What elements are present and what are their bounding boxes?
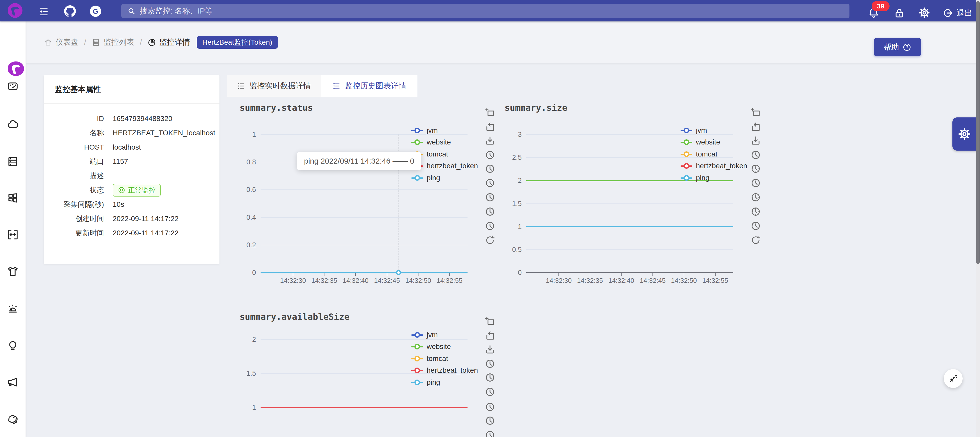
- toolbox-clock-icon[interactable]: [750, 192, 761, 203]
- help-button[interactable]: 帮助: [874, 38, 921, 56]
- toolbox-clock-icon[interactable]: [485, 430, 495, 437]
- x-tick-mark: [652, 273, 653, 276]
- sidebar-item-bulb[interactable]: [0, 332, 25, 358]
- logout-label: 退出: [956, 8, 972, 18]
- page-header: 仪表盘/监控列表/监控详情 HertzBeat监控(Token) 帮助: [25, 21, 980, 63]
- legend-item-website[interactable]: website: [411, 342, 451, 352]
- scrollbar-track[interactable]: [976, 0, 980, 437]
- legend-marker: [411, 137, 423, 147]
- sidebar-item-apps[interactable]: [0, 185, 25, 211]
- menu-fold-icon[interactable]: [38, 6, 49, 17]
- property-row: HOSTlocalhost: [44, 140, 220, 154]
- legend-item-website[interactable]: website: [681, 137, 720, 147]
- megaphone-icon: [6, 376, 19, 388]
- toolbox-clock-icon[interactable]: [750, 163, 761, 174]
- breadcrumb-label: 监控详情: [159, 37, 190, 48]
- gridline: [526, 249, 733, 250]
- theme-wand-button[interactable]: [944, 369, 963, 388]
- bulb-icon: [6, 339, 19, 352]
- legend-label: ping: [426, 174, 440, 182]
- sidebar-item-tags[interactable]: [0, 407, 25, 432]
- property-value: 2022-09-11 14:17:22: [113, 229, 178, 237]
- settings-gear-icon[interactable]: [918, 6, 931, 19]
- legend-item-tomcat[interactable]: tomcat: [411, 353, 448, 364]
- y-tick-label: 1.5: [231, 370, 256, 377]
- status-text: 正常监控: [128, 185, 156, 195]
- x-tick-mark: [590, 273, 590, 276]
- left-sidebar: [0, 21, 26, 437]
- sidebar-item-tshirt[interactable]: [0, 258, 25, 284]
- y-tick-label: 0.2: [231, 241, 256, 249]
- legend-item-jvm[interactable]: jvm: [411, 125, 438, 136]
- legend-item-website[interactable]: website: [411, 137, 451, 147]
- toolbox-restore-icon[interactable]: [750, 122, 761, 132]
- legend-item-hertzbeat_token[interactable]: hertzbeat_token: [681, 161, 747, 171]
- x-tick-mark: [355, 273, 356, 276]
- series-line-ping: [526, 226, 733, 227]
- property-label: HOST: [44, 143, 104, 151]
- highlighted-data-point: [396, 270, 401, 275]
- legend-item-jvm[interactable]: jvm: [681, 125, 707, 136]
- toolbox-download-icon[interactable]: [485, 344, 495, 355]
- gitee-icon[interactable]: G: [89, 5, 102, 17]
- github-icon[interactable]: [64, 5, 76, 17]
- scrollbar-thumb[interactable]: [976, 1, 980, 264]
- properties-card-title: 监控基本属性: [44, 75, 220, 104]
- tshirt-icon: [6, 265, 19, 277]
- toolbox-clock-icon[interactable]: [750, 150, 761, 160]
- magic-wand-icon: [948, 374, 958, 384]
- toolbox-clock-icon[interactable]: [750, 178, 761, 188]
- tab-history-charts[interactable]: 监控历史图表详情: [321, 75, 417, 97]
- sidebar-item-megaphone[interactable]: [0, 369, 25, 395]
- toolbox-clock-icon[interactable]: [750, 206, 761, 217]
- sidebar-item-dashboard[interactable]: [0, 73, 25, 99]
- sidebar-item-cloud[interactable]: [0, 112, 25, 137]
- toolbox-clock-icon[interactable]: [485, 402, 495, 412]
- hertzbeat-logo[interactable]: [6, 2, 24, 19]
- x-tick-mark: [418, 273, 418, 276]
- x-tick-mark: [558, 273, 559, 276]
- legend-marker: [411, 330, 423, 340]
- y-tick-label: 2: [231, 336, 256, 343]
- legend-item-hertzbeat_token[interactable]: hertzbeat_token: [411, 161, 478, 171]
- detail-tabs: 监控实时数据详情监控历史图表详情: [227, 75, 417, 97]
- toolbox-clock-icon[interactable]: [750, 220, 761, 231]
- legend-marker: [411, 342, 423, 352]
- toolbox-download-icon[interactable]: [750, 135, 761, 146]
- toolbox-restore-icon[interactable]: [485, 330, 495, 341]
- x-tick-mark: [324, 273, 325, 276]
- property-row: 创建时间2022-09-11 14:17:22: [44, 212, 220, 226]
- toolbox-refresh-icon[interactable]: [750, 235, 761, 245]
- gridline: [261, 245, 468, 245]
- sidebar-item-server[interactable]: [0, 149, 25, 174]
- breadcrumb-item[interactable]: 仪表盘: [44, 37, 78, 48]
- legend-marker: [411, 365, 423, 375]
- top-navbar: G 39: [0, 0, 980, 21]
- sidebar-item-alarm[interactable]: [0, 295, 25, 321]
- lock-icon[interactable]: [893, 7, 905, 19]
- sidebar-item-shrink[interactable]: [0, 222, 25, 247]
- property-label: 描述: [44, 171, 104, 181]
- y-tick-label: 0: [231, 269, 256, 276]
- tab-realtime-data[interactable]: 监控实时数据详情: [227, 75, 321, 97]
- question-circle-icon: [903, 43, 911, 52]
- toolbox-zoom-icon[interactable]: [485, 316, 495, 327]
- legend-item-ping[interactable]: ping: [681, 173, 710, 183]
- x-tick-mark: [293, 273, 293, 276]
- toolbox-clock-icon[interactable]: [485, 415, 495, 426]
- legend-item-ping[interactable]: ping: [411, 173, 440, 183]
- legend-item-jvm[interactable]: jvm: [411, 330, 438, 340]
- toolbox-clock-icon[interactable]: [485, 372, 495, 383]
- legend-item-tomcat[interactable]: tomcat: [681, 149, 718, 159]
- toolbox-clock-icon[interactable]: [485, 358, 495, 369]
- toolbox-clock-icon[interactable]: [485, 386, 495, 397]
- breadcrumb: 仪表盘/监控列表/监控详情 HertzBeat监控(Token): [44, 21, 278, 63]
- property-row: 描述: [44, 169, 220, 183]
- search-input[interactable]: [136, 3, 850, 18]
- toolbox-zoom-icon[interactable]: [750, 107, 761, 118]
- status-badge: 正常监控: [113, 184, 161, 196]
- legend-item-hertzbeat_token[interactable]: hertzbeat_token: [411, 365, 478, 375]
- legend-item-ping[interactable]: ping: [411, 377, 440, 388]
- breadcrumb-item[interactable]: 监控列表: [92, 37, 134, 48]
- logout-button[interactable]: 退出: [942, 7, 972, 19]
